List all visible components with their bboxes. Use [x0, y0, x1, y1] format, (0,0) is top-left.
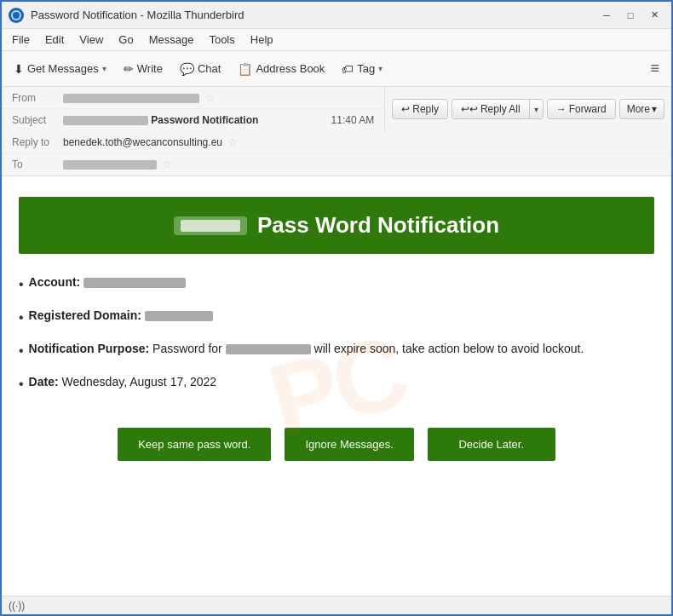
list-item: • Date: Wednesday, August 17, 2022 — [19, 367, 654, 400]
reply-label: Reply — [412, 103, 439, 115]
purpose-label: Notification Purpose: — [29, 342, 150, 355]
purpose-suffix: will expire soon, take action below to a… — [314, 342, 584, 355]
reply-to-label: Reply to — [12, 136, 63, 148]
keep-password-button[interactable]: Keep same pass word. — [118, 428, 271, 461]
date-label: Date: — [29, 375, 59, 389]
hamburger-button[interactable]: ≡ — [643, 56, 666, 81]
tag-label: Tag — [357, 62, 375, 75]
address-book-button[interactable]: 📋 Address Book — [231, 59, 331, 79]
toolbar: ⬇ Get Messages ▾ ✏ Write 💬 Chat 📋 Addres… — [2, 51, 671, 87]
to-row: To ☆ — [2, 153, 671, 176]
from-row: From ☆ — [2, 87, 384, 109]
from-star-icon[interactable]: ☆ — [205, 92, 215, 104]
reply-to-value: benedek.toth@wecanconsulting.eu ☆ — [63, 136, 661, 148]
list-item: • Account: — [19, 268, 654, 301]
account-label: Account: — [29, 275, 81, 289]
reply-button[interactable]: ↩ Reply — [392, 99, 448, 119]
maximize-button[interactable]: □ — [620, 8, 641, 23]
reply-icon: ↩ — [401, 103, 410, 115]
reply-to-star[interactable]: ☆ — [228, 136, 238, 148]
write-label: Write — [137, 62, 163, 75]
to-blurred — [63, 160, 157, 170]
menu-tools[interactable]: Tools — [202, 31, 241, 49]
title-bar: Password Notification - Mozilla Thunderb… — [2, 2, 671, 29]
logo-blurred — [181, 220, 240, 232]
write-button[interactable]: ✏ Write — [117, 59, 170, 79]
app-icon — [9, 8, 24, 23]
tag-icon: 🏷 — [342, 62, 354, 76]
reply-all-dropdown[interactable]: ▾ — [530, 100, 543, 118]
chat-label: Chat — [198, 62, 221, 75]
svg-point-1 — [13, 12, 20, 19]
to-star[interactable]: ☆ — [163, 158, 172, 170]
reply-all-icon: ↩↩ — [461, 103, 478, 115]
reply-all-button[interactable]: ↩↩ Reply All — [452, 100, 530, 118]
to-label: To — [12, 158, 63, 170]
banner-logo — [174, 216, 247, 235]
tag-button[interactable]: 🏷 Tag ▾ — [335, 59, 389, 79]
get-messages-icon: ⬇ — [14, 62, 24, 76]
chat-button[interactable]: 💬 Chat — [173, 59, 227, 79]
banner-title: Pass Word Notification — [257, 212, 499, 239]
email-header-area: From ☆ Subject Password Notification 11:… — [2, 87, 671, 176]
reply-all-split: ↩↩ Reply All ▾ — [452, 99, 544, 119]
green-banner: Pass Word Notification — [19, 197, 654, 254]
list-item: • Notification Purpose: Password for wil… — [19, 334, 654, 367]
bullet-icon: • — [19, 308, 24, 328]
more-label: More — [627, 103, 650, 115]
subject-suffix: Password Notification — [151, 114, 258, 126]
purpose-blurred — [226, 344, 311, 354]
subject-row: Subject Password Notification 11:40 AM — [2, 109, 384, 131]
subject-value: Password Notification — [63, 114, 331, 126]
menu-edit[interactable]: Edit — [38, 31, 71, 49]
decide-later-button[interactable]: Decide Later. — [428, 428, 555, 461]
more-button[interactable]: More ▾ — [619, 99, 664, 119]
forward-icon: → — [556, 103, 567, 115]
window-title: Password Notification - Mozilla Thunderb… — [31, 9, 590, 21]
email-info-list: • Account: • Registered Domain: — [19, 268, 654, 400]
forward-button[interactable]: → Forward — [547, 99, 616, 119]
reply-all-label: Reply All — [480, 103, 521, 115]
menu-go[interactable]: Go — [112, 31, 140, 49]
reply-to-email: benedek.toth@wecanconsulting.eu — [63, 136, 222, 148]
connection-icon: ((·)) — [9, 600, 25, 612]
email-body: PC Pass Word Notification • Account: — [2, 176, 671, 596]
green-buttons-row: Keep same pass word. Ignore Messages. De… — [19, 414, 654, 481]
get-messages-button[interactable]: ⬇ Get Messages ▾ — [7, 59, 113, 79]
tag-arrow: ▾ — [378, 64, 383, 73]
minimize-button[interactable]: ─ — [596, 8, 617, 23]
status-bar: ((·)) — [2, 596, 671, 614]
bullet-icon: • — [19, 341, 24, 361]
purpose-prefix: Password for — [152, 342, 226, 355]
write-icon: ✏ — [124, 62, 134, 76]
to-value: ☆ — [63, 158, 661, 170]
address-book-label: Address Book — [256, 62, 325, 75]
list-item: • Registered Domain: — [19, 301, 654, 334]
account-value-blurred — [83, 278, 186, 288]
from-blurred — [63, 94, 199, 103]
close-button[interactable]: ✕ — [644, 8, 664, 23]
email-content: Pass Word Notification • Account: • — [2, 176, 671, 495]
bullet-icon: • — [19, 374, 24, 394]
subject-blurred — [63, 116, 148, 125]
domain-value-blurred — [145, 311, 213, 321]
menu-bar: File Edit View Go Message Tools Help — [2, 29, 671, 51]
subject-label: Subject — [12, 114, 63, 126]
domain-label: Registered Domain: — [29, 308, 141, 322]
menu-help[interactable]: Help — [244, 31, 280, 49]
thunderbird-window: Password Notification - Mozilla Thunderb… — [0, 0, 673, 616]
more-arrow: ▾ — [652, 103, 657, 115]
chat-icon: 💬 — [180, 62, 194, 76]
get-messages-label: Get Messages — [27, 62, 99, 75]
from-label: From — [12, 92, 63, 104]
address-book-icon: 📋 — [238, 62, 252, 76]
action-buttons: ↩ Reply ↩↩ Reply All ▾ → Forward More ▾ — [384, 87, 671, 131]
reply-to-row: Reply to benedek.toth@wecanconsulting.eu… — [2, 131, 671, 153]
ignore-messages-button[interactable]: Ignore Messages. — [285, 428, 413, 461]
menu-view[interactable]: View — [72, 31, 110, 49]
forward-label: Forward — [569, 103, 607, 115]
menu-message[interactable]: Message — [142, 31, 201, 49]
from-value: ☆ — [63, 92, 374, 104]
menu-file[interactable]: File — [5, 31, 37, 49]
email-timestamp: 11:40 AM — [331, 114, 375, 126]
